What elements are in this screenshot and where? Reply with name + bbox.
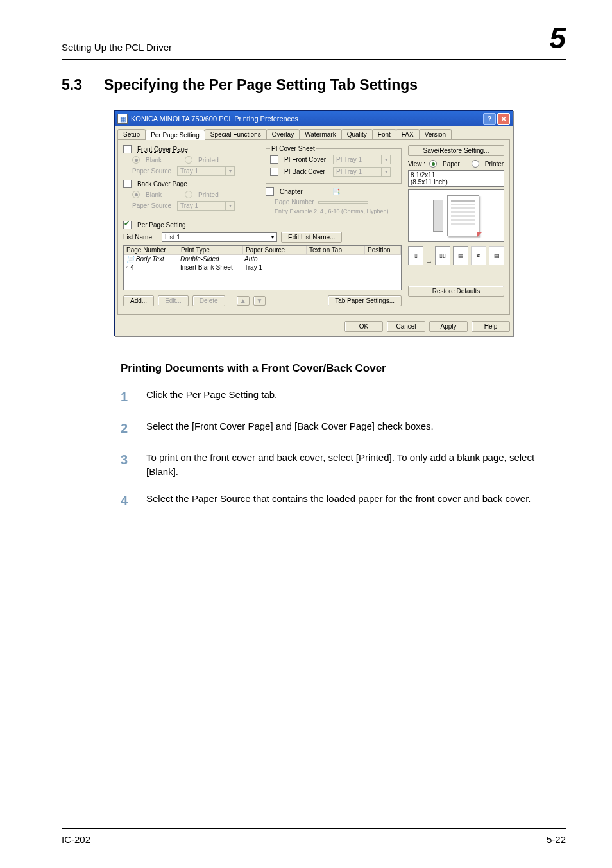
chapter-number: 5 [549, 23, 566, 53]
move-up-button: ▲ [237, 296, 250, 306]
help-icon[interactable]: ? [483, 113, 496, 125]
list-name-label: List Name [123, 234, 158, 241]
tab-quality[interactable]: Quality [341, 129, 373, 139]
step-3: 3 To print on the front cover and back c… [121, 451, 566, 479]
tab-overlay[interactable]: Overlay [266, 129, 300, 139]
view-label: View : [408, 161, 425, 168]
page-list-header: Page Number Print Type Paper Source Text… [124, 246, 401, 255]
page-preview-icon [447, 195, 479, 236]
step-number: 3 [121, 451, 146, 479]
cancel-button[interactable]: Cancel [387, 321, 425, 332]
back-paper-source-dropdown: Tray 1 ▾ [177, 201, 235, 211]
col-text-on-tab[interactable]: Text on Tab [307, 246, 365, 254]
screenshot: KONICA MINOLTA 750/600 PCL Printing Pref… [62, 110, 566, 336]
front-blank-radio [132, 156, 140, 164]
chapter-label: Chapter [280, 188, 303, 195]
chevron-down-icon: ▾ [381, 168, 390, 176]
tab-per-page-setting[interactable]: Per Page Setting [145, 130, 205, 140]
tab-setup[interactable]: Setup [117, 129, 146, 139]
dialog-titlebar: KONICA MINOLTA 750/600 PCL Printing Pref… [115, 111, 513, 126]
footer-left: IC-202 [62, 834, 90, 845]
view-printer-label: Printer [485, 161, 504, 168]
front-paper-source-dropdown: Tray 1 ▾ [177, 166, 235, 176]
chapter-entry-example: Entry Example 2, 4 , 6-10 (Comma, Hyphen… [275, 208, 389, 214]
step-number: 4 [121, 492, 146, 510]
arrow-icon: → [426, 258, 432, 265]
step-2: 2 Select the [Front Cover Page] and [Bac… [121, 419, 566, 438]
restore-defaults-button[interactable]: Restore Defaults [408, 286, 504, 297]
list-row-4[interactable]: ▫ 4 Insert Blank Sheet Tray 1 [124, 263, 401, 272]
chapter-icon: 📑 [332, 188, 340, 195]
step-4: 4 Select the Paper Source that contains … [121, 492, 566, 510]
tab-font[interactable]: Font [372, 129, 396, 139]
thumb-booklet-icon[interactable]: ▤ [453, 246, 468, 265]
paper-size-display: 8 1/2x11 (8.5x11 inch) [408, 170, 504, 187]
col-page-number[interactable]: Page Number [124, 246, 178, 254]
view-printer-radio[interactable] [472, 160, 479, 168]
pi-front-label: PI Front Cover [284, 156, 329, 163]
step-number: 2 [121, 419, 146, 438]
thumb-row: ▯ → ▯▯ ▤ ≋ ▤ [408, 246, 504, 265]
pi-back-checkbox[interactable] [270, 168, 278, 176]
tab-version[interactable]: Version [419, 129, 452, 139]
chevron-down-icon: ▾ [225, 202, 234, 210]
chevron-down-icon: ▾ [268, 233, 276, 241]
page-list[interactable]: Page Number Print Type Paper Source Text… [123, 245, 402, 290]
apply-button[interactable]: Apply [429, 321, 468, 332]
edit-list-name-button[interactable]: Edit List Name... [281, 232, 342, 243]
footer-right: 5-22 [547, 834, 566, 845]
front-printed-radio [185, 156, 192, 164]
back-blank-label: Blank [146, 191, 162, 198]
tab-paper-settings-button[interactable]: Tab Paper Settings... [328, 295, 402, 306]
chevron-down-icon: ▾ [225, 167, 234, 175]
step-list: 1 Click the Per Page Setting tab. 2 Sele… [62, 388, 566, 510]
chapter-page-number-input [318, 201, 368, 204]
chevron-down-icon: ▾ [381, 155, 390, 164]
ok-button[interactable]: OK [344, 321, 383, 332]
move-down-button: ▼ [253, 296, 266, 306]
col-position[interactable]: Position [365, 246, 401, 254]
front-cover-label: Front Cover Page [137, 146, 188, 153]
view-paper-radio[interactable] [429, 160, 437, 168]
section-number: 5.3 [62, 76, 104, 94]
section-title: Specifying the Per Page Setting Tab Sett… [104, 76, 418, 94]
step-text: Select the Paper Source that contains th… [146, 492, 531, 510]
subsection-heading: Printing Documents with a Front Cover/Ba… [62, 362, 566, 375]
tab-panel: Front Cover Page Blank Printed Paper Sou… [117, 139, 510, 315]
list-name-dropdown[interactable]: List 1 ▾ [162, 232, 277, 242]
dialog-bottom-buttons: OK Cancel Apply Help [115, 317, 513, 336]
close-icon[interactable]: ✕ [497, 113, 510, 125]
tab-watermark[interactable]: Watermark [299, 129, 342, 139]
pi-front-dropdown: PI Tray 1 ▾ [333, 155, 391, 164]
front-cover-checkbox[interactable] [123, 145, 132, 153]
page-icon: ▫ [126, 264, 129, 271]
step-1: 1 Click the Per Page Setting tab. [121, 388, 566, 406]
save-restore-settings-button[interactable]: Save/Restore Setting... [408, 145, 504, 156]
chapter-checkbox[interactable] [266, 187, 274, 196]
pi-front-checkbox[interactable] [270, 155, 278, 164]
chapter-page-number-label: Page Number [275, 198, 314, 205]
back-printed-label: Printed [198, 191, 219, 198]
add-button[interactable]: Add... [123, 295, 154, 306]
section-heading: 5.3 Specifying the Per Page Setting Tab … [62, 76, 566, 94]
back-cover-checkbox[interactable] [123, 180, 132, 188]
thumb-watermark-icon: ≋ [471, 246, 486, 265]
col-paper-source[interactable]: Paper Source [243, 246, 307, 254]
view-paper-label: Paper [443, 161, 460, 168]
edit-button: Edit... [158, 295, 189, 306]
page-icon: 📄 [126, 256, 134, 263]
print-prefs-dialog: KONICA MINOLTA 750/600 PCL Printing Pref… [114, 110, 513, 336]
col-print-type[interactable]: Print Type [178, 246, 243, 254]
list-row-body-text[interactable]: 📄 Body Text Double-Sided Auto [124, 255, 401, 263]
front-printed-label: Printed [198, 157, 219, 164]
pi-back-label: PI Back Cover [284, 168, 329, 175]
tab-fax[interactable]: FAX [396, 129, 420, 139]
help-button[interactable]: Help [472, 321, 510, 332]
thumb-nup-icon[interactable]: ▯▯ [435, 246, 450, 265]
tab-special-functions[interactable]: Special Functions [205, 129, 267, 139]
tab-strip: Setup Per Page Setting Special Functions… [115, 126, 513, 139]
front-blank-label: Blank [146, 157, 162, 164]
pi-legend: PI Cover Sheet [270, 145, 316, 152]
thumb-single-page-icon[interactable]: ▯ [408, 246, 423, 265]
per-page-setting-checkbox[interactable] [123, 221, 132, 229]
